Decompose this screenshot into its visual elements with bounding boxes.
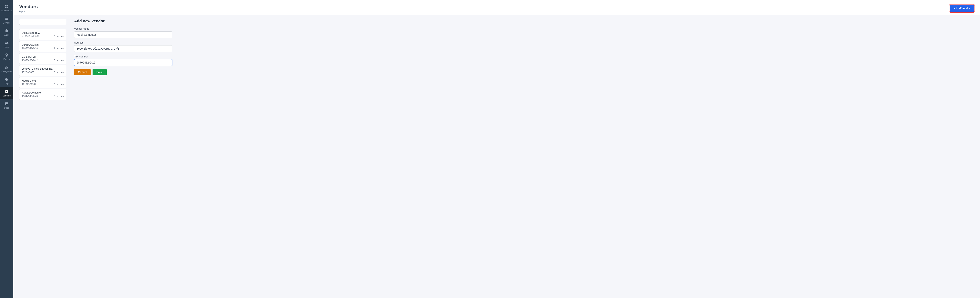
form-actions: Cancel Save: [74, 69, 172, 75]
store-icon: [5, 102, 9, 106]
vendor-meta: 13644545-2-43 0 devices: [22, 95, 64, 98]
address-group: Address: [74, 41, 172, 52]
vendors-icon: [5, 89, 9, 94]
vendor-item[interactable]: Lenovo (United States) Inc. 15264-3055 0…: [19, 65, 66, 76]
vendor-list: 🔍 DJI Europe B.V., NL854549249B01 0 devi…: [19, 19, 66, 294]
vendor-item[interactable]: Rufusz Computer 13644545-2-43 0 devices: [19, 89, 66, 100]
add-vendor-button[interactable]: + Add Vendor: [950, 5, 974, 12]
sidebar-label-users: Users: [4, 46, 10, 48]
sidebar-item-store[interactable]: Store: [0, 99, 13, 112]
sidebar-item-audit[interactable]: Audit: [0, 26, 13, 38]
address-label: Address: [74, 41, 172, 44]
vendor-name: Lenovo (United States) Inc.: [22, 67, 64, 70]
vendor-name-group: Vendor name: [74, 27, 172, 38]
sidebar-label-devices: Devices: [3, 22, 10, 24]
vendor-name: Media Markt: [22, 79, 64, 82]
tax-group: Tax Number: [74, 55, 172, 66]
vendor-meta: NL854549249B01 0 devices: [22, 35, 64, 38]
tax-label: Tax Number: [74, 55, 172, 58]
sidebar-item-categories[interactable]: Categories: [0, 63, 13, 75]
vendor-tax: 13644545-2-43: [22, 95, 38, 98]
vendor-devices: 1 devices: [54, 47, 64, 50]
vendor-meta: 13670483-2-42 0 devices: [22, 59, 64, 62]
vendor-devices: 0 devices: [54, 83, 64, 86]
vendor-tax: NL854549249B01: [22, 35, 41, 38]
sidebar-item-users[interactable]: Users: [0, 38, 13, 51]
vendor-items-container: DJI Europe B.V., NL854549249B01 0 device…: [19, 29, 66, 100]
page-subtitle: 6 pcs: [19, 10, 38, 13]
vendor-name: Gy-SYSTEM: [22, 55, 64, 58]
vendor-item[interactable]: DJI Europe B.V., NL854549249B01 0 device…: [19, 29, 66, 40]
page-title: Vendors: [19, 4, 38, 10]
vendor-devices: 0 devices: [54, 59, 64, 62]
vendor-name: DJI Europe B.V.,: [22, 31, 64, 34]
vendor-item[interactable]: Media Markt 12172951244 0 devices: [19, 77, 66, 88]
vendor-devices: 0 devices: [54, 71, 64, 74]
dashboard-icon: [5, 4, 9, 9]
sidebar-item-vendors[interactable]: Vendors: [0, 87, 13, 99]
address-input[interactable]: [74, 45, 172, 52]
tags-icon: [5, 77, 9, 81]
search-wrapper: 🔍: [19, 19, 66, 27]
page-header: Vendors 6 pcs + Add Vendor: [13, 0, 980, 15]
vendor-meta: 96873541-2-18 1 devices: [22, 47, 64, 50]
vendor-tax: 96873541-2-18: [22, 47, 38, 50]
form-title: Add new vendor: [74, 19, 172, 23]
main-content: Vendors 6 pcs + Add Vendor 🔍 DJI Europe …: [13, 0, 980, 298]
vendor-devices: 0 devices: [54, 95, 64, 98]
vendor-name-label: Vendor name: [74, 27, 172, 30]
content-area: 🔍 DJI Europe B.V., NL854549249B01 0 devi…: [13, 15, 980, 298]
sidebar-label-tags: Tags: [4, 82, 9, 85]
sidebar-item-places[interactable]: Places: [0, 51, 13, 63]
vendor-tax: 12172951244: [22, 83, 36, 86]
tax-input[interactable]: [74, 59, 172, 66]
vendor-meta: 15264-3055 0 devices: [22, 71, 64, 74]
vendor-item[interactable]: Gy-SYSTEM 13670483-2-42 0 devices: [19, 53, 66, 64]
vendor-name: Rufusz Computer: [22, 91, 64, 94]
audit-icon: [5, 29, 9, 33]
cancel-button[interactable]: Cancel: [74, 69, 91, 75]
devices-icon: [5, 16, 9, 21]
save-button[interactable]: Save: [92, 69, 107, 75]
vendor-name-input[interactable]: [74, 31, 172, 38]
places-icon: [5, 53, 9, 57]
vendor-name: EuroMACC Kft.: [22, 43, 64, 46]
sidebar-item-tags[interactable]: Tags: [0, 75, 13, 87]
header-left: Vendors 6 pcs: [19, 4, 38, 13]
sidebar-label-places: Places: [3, 58, 10, 61]
vendor-tax: 13670483-2-42: [22, 59, 38, 62]
sidebar-label-dashboard: Dashboard: [2, 10, 12, 12]
search-input[interactable]: [19, 19, 66, 25]
categories-icon: [5, 65, 9, 69]
vendor-meta: 12172951244 0 devices: [22, 83, 64, 86]
vendor-item[interactable]: EuroMACC Kft. 96873541-2-18 1 devices: [19, 41, 66, 52]
sidebar-label-categories: Categories: [2, 70, 12, 73]
vendor-tax: 15264-3055: [22, 71, 34, 74]
sidebar: Dashboard Devices Audit Users Places Cat…: [0, 0, 13, 298]
add-vendor-form: Add new vendor Vendor name Address Tax N…: [74, 19, 172, 294]
sidebar-label-audit: Audit: [4, 34, 9, 36]
sidebar-item-dashboard[interactable]: Dashboard: [0, 2, 13, 14]
vendor-devices: 0 devices: [54, 35, 64, 38]
sidebar-item-devices[interactable]: Devices: [0, 14, 13, 26]
sidebar-label-store: Store: [4, 107, 9, 109]
users-icon: [5, 41, 9, 45]
sidebar-label-vendors: Vendors: [3, 94, 11, 97]
